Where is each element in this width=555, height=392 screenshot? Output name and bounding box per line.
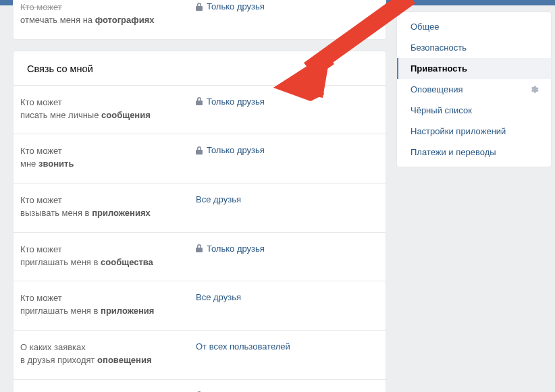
label-line1: Кто может — [20, 195, 62, 205]
lock-icon — [196, 3, 203, 11]
setting-row: Кто может найти меня при импортеконтакто… — [14, 379, 386, 392]
label-line1: Кто может — [20, 146, 62, 156]
setting-label: Кто может отмечать меня на фотографиях — [20, 0, 196, 27]
label-line2-plain: приглашать меня в — [20, 306, 101, 316]
setting-row: Кто можетвызывать меня в приложенияхВсе … — [14, 183, 386, 232]
label-line1: Кто может — [20, 293, 62, 303]
main-column: Кто может отмечать меня на фотографиях Т… — [13, 0, 386, 392]
setting-value-text: Все друзья — [196, 292, 241, 302]
sidebar-item-label: Общее — [411, 22, 440, 32]
setting-row: Кто можетмне звонитьТолько друзья — [14, 134, 386, 183]
sidebar-item[interactable]: Оповещения — [397, 79, 551, 100]
setting-value-text: Только друзья — [207, 244, 265, 254]
sidebar-item[interactable]: Приватность — [397, 58, 551, 79]
setting-value-text: Только друзья — [207, 1, 265, 11]
gear-icon[interactable] — [529, 85, 539, 94]
label-line1: О каких заявках — [20, 342, 86, 352]
setting-row: Кто можетприглашать меня в приложенияВсе… — [14, 281, 386, 330]
label-line2-bold: приложениях — [92, 208, 151, 218]
setting-value-dropdown[interactable]: От всех пользователей — [196, 340, 290, 352]
label-line2-bold: оповещения — [97, 355, 151, 365]
lock-icon — [196, 146, 203, 155]
setting-value-dropdown[interactable]: Только друзья — [196, 95, 265, 107]
setting-label: Кто можетписать мне личные сообщения — [20, 95, 196, 122]
label-line2-plain: вызывать меня в — [20, 208, 92, 218]
setting-value-text: Только друзья — [207, 145, 265, 155]
label-line2-plain: отмечать меня на — [20, 15, 95, 25]
setting-value-text: От всех пользователей — [196, 341, 290, 352]
setting-label: О каких заявкахв друзья приходят оповеще… — [20, 340, 196, 367]
sidebar-item-label: Приватность — [411, 63, 467, 74]
setting-value-dropdown[interactable]: Все друзья — [196, 291, 241, 302]
sidebar-item-label: Оповещения — [411, 84, 463, 94]
card-prev-section: Кто может отмечать меня на фотографиях Т… — [13, 0, 386, 40]
label-line2-bold: сообщения — [101, 110, 151, 120]
setting-row: Кто можетписать мне личные сообщенияТоль… — [14, 85, 386, 134]
lock-icon — [196, 244, 203, 252]
sidebar-item[interactable]: Безопасность — [397, 37, 551, 58]
lock-icon — [196, 97, 203, 105]
label-line1: Кто может — [20, 2, 62, 12]
setting-value-dropdown[interactable]: Никто — [196, 389, 231, 392]
setting-label: Кто может найти меня при импортеконтакто… — [20, 389, 196, 392]
sidebar-item-label: Настройки приложений — [411, 126, 506, 136]
label-line2-plain: писать мне личные — [20, 110, 101, 120]
setting-value-dropdown[interactable]: Только друзья — [196, 242, 265, 254]
sidebar-item[interactable]: Чёрный список — [397, 100, 551, 121]
setting-value-text: Все друзья — [196, 194, 241, 204]
setting-value-dropdown[interactable]: Все друзья — [196, 193, 241, 204]
sidebar-item-label: Чёрный список — [411, 105, 472, 115]
setting-label: Кто можетприглашать меня в сообщества — [20, 242, 196, 269]
setting-value-text: Только друзья — [207, 96, 265, 107]
label-line2-plain: приглашать меня в — [20, 257, 101, 267]
setting-row: О каких заявкахв друзья приходят оповеще… — [14, 330, 386, 379]
setting-value-dropdown[interactable]: Только друзья — [196, 144, 265, 155]
label-line2-plain: в друзья приходят — [20, 355, 97, 365]
settings-sidebar: ОбщееБезопасностьПриватностьОповещенияЧё… — [396, 11, 552, 167]
section-header: Связь со мной — [14, 51, 386, 85]
sidebar-item-label: Платежи и переводы — [411, 147, 496, 157]
label-line1: Кто может — [20, 97, 62, 107]
setting-row: Кто можетприглашать меня в сообществаТол… — [14, 232, 386, 281]
label-line2-bold: фотографиях — [95, 15, 155, 25]
setting-label: Кто можетвызывать меня в приложениях — [20, 193, 196, 220]
sidebar-item-label: Безопасность — [411, 43, 467, 53]
sidebar-item[interactable]: Настройки приложений — [397, 121, 551, 142]
setting-value-dropdown[interactable]: Только друзья — [196, 0, 265, 11]
setting-label: Кто можетмне звонить — [20, 144, 196, 171]
setting-label: Кто можетприглашать меня в приложения — [20, 291, 196, 318]
label-line1: Кто может — [20, 244, 62, 254]
sidebar-item[interactable]: Общее — [397, 16, 551, 37]
sidebar-item[interactable]: Платежи и переводы — [397, 142, 551, 163]
label-line2-bold: звонить — [38, 159, 74, 169]
label-line2-bold: сообщества — [101, 257, 153, 267]
card-contact-section: Связь со мной Кто можетписать мне личные… — [13, 51, 386, 392]
setting-row-tagging: Кто может отмечать меня на фотографиях Т… — [14, 0, 386, 39]
label-line2-plain: мне — [20, 159, 38, 169]
label-line2-bold: приложения — [101, 306, 154, 316]
